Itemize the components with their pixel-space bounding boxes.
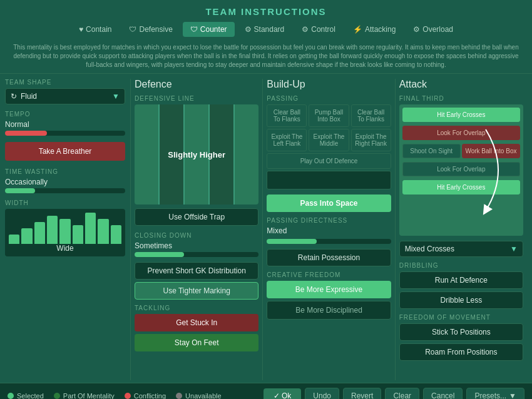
shoot-on-sight-button[interactable]: Shoot On Sight (402, 144, 461, 158)
offside-trap-button[interactable]: Use Offside Trap (135, 208, 258, 226)
be-more-expressive-button[interactable]: Be More Expressive (267, 281, 391, 298)
legend-conflicting: Conflicting (125, 392, 166, 400)
width-visual (9, 213, 121, 244)
work-ball-into-box-button[interactable]: Work Ball Into Box (462, 144, 520, 158)
ok-button[interactable]: ✓ Ok (263, 388, 302, 400)
mixed-crosses-value: Mixed Crosses (405, 245, 454, 253)
pass-cell-play-out[interactable]: Play Out Of Defence (267, 153, 391, 169)
pass-cell-clear-flanks-right[interactable]: Clear Ball To Flanks (351, 104, 391, 127)
width-bar-9 (111, 225, 121, 244)
defensive-line-grid[interactable]: Slightly Higher (135, 104, 258, 205)
use-tighter-marking-button[interactable]: Use Tighter Marking (135, 282, 258, 300)
cancel-button[interactable]: Cancel (423, 388, 463, 400)
sync-icon: ↻ (11, 92, 17, 101)
pass-into-space-button[interactable]: Pass Into Space (267, 194, 391, 212)
final-third-label: FINAL THIRD (399, 95, 523, 102)
get-stuck-in-button[interactable]: Get Stuck In (135, 314, 258, 331)
width-bar-1 (9, 235, 19, 244)
closing-down-fill (135, 252, 184, 257)
tab-attacking[interactable]: ⚡ Attacking (345, 22, 403, 37)
undo-button[interactable]: Undo (305, 388, 339, 400)
tempo-slider-container: Normal (5, 120, 125, 136)
ft-row-2: Look For Overlap (399, 124, 523, 142)
stick-to-positions-button[interactable]: Stick To Positions (399, 323, 523, 341)
look-for-overlap-bottom-button[interactable]: Look For Overlap (402, 162, 520, 176)
tempo-slider-bar[interactable] (5, 131, 125, 136)
roam-from-positions-button[interactable]: Roam From Positions (399, 343, 523, 361)
look-for-overlap-top-button[interactable]: Look For Overlap (402, 126, 520, 140)
dribble-less-button[interactable]: Dribble Less (399, 291, 523, 309)
mixed-crosses-dropdown[interactable]: Mixed Crosses ▼ (399, 241, 523, 257)
pass-cell-clear-flanks-left[interactable]: Clear Ball To Flanks (267, 104, 307, 127)
page-title: TEAM INSTRUCTIONS (0, 0, 532, 19)
buildup-title: Build-Up (267, 79, 391, 90)
selected-dot (8, 393, 14, 399)
revert-button[interactable]: Revert (343, 388, 381, 400)
double-gear-icon: ⚙ (413, 25, 420, 34)
tab-standard[interactable]: ⚙ Standard (237, 22, 292, 37)
shield-check-icon: 🛡 (190, 25, 198, 34)
be-more-disciplined-button[interactable]: Be More Disciplined (267, 301, 391, 320)
ft-row-4: Look For Overlap (399, 160, 523, 178)
time-wasting-slider-bar[interactable] (5, 188, 125, 193)
hit-early-crosses-bottom-button[interactable]: Hit Early Crosses (402, 180, 520, 194)
lightning-icon: ⚡ (353, 25, 362, 34)
nav-tabs: ♥ Contain 🛡 Defensive 🛡 Counter ⚙ Standa… (0, 19, 532, 39)
pass-cell-exploit-middle[interactable]: Exploit The Middle (309, 129, 349, 151)
stay-on-feet-button[interactable]: Stay On Feet (135, 334, 258, 351)
tackling-label: TACKLING (135, 305, 258, 311)
grid-col-1 (135, 104, 160, 205)
pass-space-bottom (267, 171, 391, 189)
tab-overload[interactable]: ⚙ Overload (406, 22, 461, 37)
gear-icon: ⚙ (245, 25, 252, 34)
pass-directness-slider[interactable] (267, 239, 391, 244)
pass-cell-exploit-left[interactable]: Exploit The Left Flank (267, 129, 307, 151)
presets-button[interactable]: Presets... ▼ (466, 388, 524, 400)
hit-early-crosses-top-button[interactable]: Hit Early Crosses (402, 108, 520, 122)
defence-title: Defence (135, 79, 258, 90)
legend-unavailable: Unavailable (176, 392, 221, 400)
clear-button[interactable]: Clear (385, 388, 419, 400)
width-bar-7 (85, 213, 96, 244)
time-wasting-label: TIME WASTING (5, 168, 125, 175)
tab-contain[interactable]: ♥ Contain (71, 22, 120, 37)
retain-possession-button[interactable]: Retain Possession (267, 249, 391, 266)
tab-counter[interactable]: 🛡 Counter (183, 22, 235, 37)
width-bar-5 (59, 219, 70, 244)
passing-grid: Clear Ball To Flanks Pump Ball Into Box … (267, 104, 391, 189)
attack-column: Attack FINAL THIRD Hit Early Crosses Loo… (395, 79, 527, 380)
footer: Selected Part Of Mentality Conflicting U… (0, 383, 532, 399)
width-bar-3 (34, 222, 45, 244)
time-wasting-slider-container: Occasionally (5, 178, 125, 193)
heart-icon: ♥ (79, 25, 83, 34)
pass-directness-label: PASSING DIRECTNESS (267, 217, 391, 224)
ft-row-5: Hit Early Crosses (399, 178, 523, 196)
pass-directness-row: Mixed (267, 226, 391, 235)
selected-label: Selected (17, 392, 44, 400)
presets-chevron-icon: ▼ (509, 391, 516, 400)
team-shape-dropdown[interactable]: ↻ Fluid ▼ (5, 88, 125, 104)
prevent-short-gk-button[interactable]: Prevent Short GK Distribution (135, 262, 258, 280)
gear2-icon: ⚙ (302, 25, 309, 34)
team-shape-label: TEAM SHAPE (5, 79, 125, 86)
closing-down-value: Sometimes (135, 241, 258, 250)
tab-control[interactable]: ⚙ Control (294, 22, 343, 37)
pass-cell-exploit-right[interactable]: Exploit The Right Flank (351, 129, 391, 151)
conflicting-dot (125, 393, 131, 399)
width-bar-2 (21, 228, 32, 244)
run-at-defence-button[interactable]: Run At Defence (399, 271, 523, 289)
width-bar-4 (47, 216, 58, 244)
passing-label: PASSING (267, 95, 391, 102)
dribbling-label: DRIBBLING (399, 262, 523, 269)
take-breather-button[interactable]: Take A Breather (5, 142, 125, 161)
tab-defensive[interactable]: 🛡 Defensive (121, 22, 180, 37)
attack-title: Attack (399, 79, 523, 90)
width-label: WIDTH (5, 200, 125, 206)
footer-buttons: ✓ Ok Undo Revert Clear Cancel Presets...… (263, 388, 524, 400)
grid-col-5 (235, 104, 258, 205)
left-panel: TEAM SHAPE ↻ Fluid ▼ TEMPO Normal Take A… (5, 79, 130, 380)
part-of-mentality-dot (54, 393, 60, 399)
closing-down-slider[interactable] (135, 252, 258, 257)
conflicting-label: Conflicting (134, 392, 166, 400)
pass-cell-pump-box[interactable]: Pump Ball Into Box (309, 104, 349, 127)
